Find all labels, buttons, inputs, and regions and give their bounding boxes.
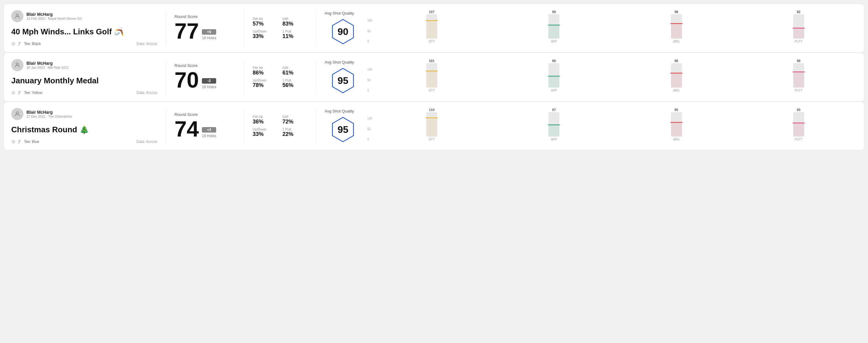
bar-label: APP [551, 89, 557, 92]
updown-label: Up/Down [253, 127, 278, 131]
quality-label: Avg Shot Quality [325, 109, 354, 114]
gir-value: 83% [282, 21, 307, 27]
gir-label: GIR [282, 115, 307, 119]
hexagon-container: 95 [329, 67, 356, 94]
divider [244, 10, 244, 46]
stats-grid: FW Hit 36% GIR 72% Up/Down 33% 1 Putt 22… [253, 115, 307, 137]
svg-point-0 [16, 14, 18, 16]
bar-wrapper [671, 63, 682, 88]
bar-fill [671, 23, 682, 39]
updown-value: 33% [253, 33, 278, 39]
bar-fill [793, 123, 804, 136]
user-date: 29 Jan 2022 · Mill Ride GCC [26, 66, 69, 69]
chart-y-axis: 100 50 0 [367, 117, 372, 141]
bar-line [793, 71, 805, 72]
fw-hit-stat: FW Hit 57% [253, 17, 278, 27]
score-badge: -2 [202, 78, 216, 84]
user-name: Blair McHarg [26, 61, 69, 66]
y-axis-100: 100 [367, 19, 372, 22]
bar-fill [671, 73, 682, 88]
divider [244, 108, 244, 144]
chart-bar-group: 110 OTT [374, 108, 490, 141]
bar-wrapper [426, 112, 437, 136]
bar-chart: 110 OTT 87 APP 95 ARG [374, 108, 857, 141]
bottom-row: Tee: Black Data: Arccos [11, 41, 157, 46]
weather-icon [11, 91, 16, 95]
bar-line [426, 20, 438, 21]
quality-section: Avg Shot Quality 95 [325, 108, 361, 144]
oneputt-stat: 1 Putt 56% [282, 79, 307, 89]
bar-line [793, 123, 805, 123]
chart-bar-group: 101 OTT [374, 59, 490, 92]
weather-icon [11, 42, 16, 46]
bar-fill [671, 122, 682, 136]
divider [166, 10, 166, 46]
bar-wrapper [671, 112, 682, 136]
stats-section: FW Hit 86% GIR 61% Up/Down 78% 1 Putt 56… [253, 59, 307, 95]
quality-label: Avg Shot Quality [325, 11, 354, 15]
bar-wrapper [549, 112, 559, 136]
user-row: Blair McHarg 29 Jan 2022 · Mill Ride GCC [11, 59, 157, 71]
chart-bar-group: 87 APP [496, 108, 612, 141]
y-axis-50: 50 [367, 79, 372, 82]
round-card: Blair McHarg 12 Feb 2022 · Royal North D… [4, 4, 864, 53]
bar-label: ARG [673, 89, 680, 92]
hexagon-container: 95 [329, 116, 356, 143]
bar-value: 101 [429, 59, 434, 63]
updown-stat: Up/Down 78% [253, 79, 278, 89]
chart-bar-group: 98 ARG [618, 10, 734, 43]
chart-bar-group: 107 OTT [374, 10, 490, 43]
bar-chart: 107 OTT 95 APP 98 ARG [374, 10, 857, 43]
hexagon-score: 95 [338, 124, 348, 135]
quality-label: Avg Shot Quality [325, 60, 354, 64]
chart-bar-group: 95 ARG [618, 108, 734, 141]
user-row: Blair McHarg 12 Feb 2022 · Royal North D… [11, 10, 157, 22]
bar-fill [549, 25, 559, 39]
y-axis-50: 50 [367, 30, 372, 33]
bar-value: 82 [797, 10, 801, 14]
oneputt-value: 56% [282, 82, 307, 89]
holes-text: 18 Holes [202, 85, 216, 89]
fw-hit-label: FW Hit [253, 115, 278, 119]
tee-label: Tee: Black [24, 42, 41, 46]
score-label: Round Score [175, 112, 235, 117]
bar-line [426, 117, 438, 118]
updown-value: 78% [253, 82, 278, 89]
fw-hit-stat: FW Hit 86% [253, 66, 278, 76]
score-number: 74 [175, 118, 199, 140]
bar-label: OTT [429, 89, 435, 92]
gir-stat: GIR 72% [282, 115, 307, 125]
avatar [11, 59, 23, 71]
bar-line [426, 70, 438, 71]
bar-label: OTT [429, 138, 435, 141]
bar-wrapper [671, 14, 682, 39]
user-date: 27 Dec 2021 · The Oxfordshire [26, 115, 72, 118]
bar-label: ARG [673, 138, 680, 141]
score-row: 70 -2 18 Holes [175, 69, 235, 91]
chart-bar-group: 82 PUTT [741, 10, 857, 43]
bar-fill [793, 28, 804, 39]
bar-chart: 101 OTT 86 APP 96 ARG [374, 59, 857, 92]
data-source: Data: Arccos [136, 91, 157, 95]
data-source: Data: Arccos [136, 42, 157, 46]
chart-wrapper: 100 50 0 101 OTT 86 [367, 59, 857, 92]
hexagon-score: 90 [338, 26, 348, 37]
bar-wrapper [549, 14, 559, 39]
svg-point-5 [19, 94, 20, 95]
updown-label: Up/Down [253, 30, 278, 33]
score-detail: +2 18 Holes [202, 127, 216, 138]
fw-hit-value: 36% [253, 119, 278, 125]
oneputt-value: 22% [282, 131, 307, 137]
bar-value: 107 [429, 10, 434, 14]
bottom-row: Tee: Blue Data: Arccos [11, 139, 157, 144]
hexagon-container: 90 [329, 18, 356, 45]
score-row: 77 +5 18 Holes [175, 20, 235, 42]
bar-line [671, 73, 683, 73]
round-left-section: Blair McHarg 27 Dec 2021 · The Oxfordshi… [11, 108, 157, 144]
y-axis-0: 0 [367, 40, 372, 43]
bar-value: 87 [552, 108, 556, 112]
bar-wrapper [793, 14, 804, 39]
chart-section: 100 50 0 110 OTT 87 [361, 108, 857, 144]
bar-label: APP [551, 138, 557, 141]
y-axis-100: 100 [367, 68, 372, 71]
